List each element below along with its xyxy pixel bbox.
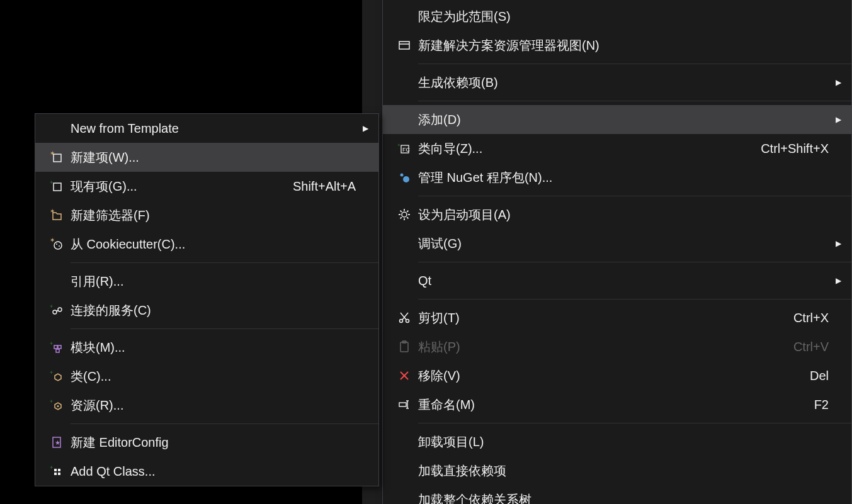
paste-icon <box>390 332 418 361</box>
svg-text:+: + <box>50 464 53 471</box>
context-menu-add-submenu: New from Template▶✶新建项(W)...+现有项(G)...Sh… <box>35 113 379 486</box>
menu-separator <box>418 299 851 300</box>
menu-item-shortcut: F2 <box>814 398 829 412</box>
menu-icon-empty <box>43 267 71 296</box>
svg-text:+: + <box>50 179 53 186</box>
svg-rect-20 <box>400 342 408 352</box>
module-icon: + <box>43 333 71 362</box>
main-menu-item[interactable]: 设为启动项目(A) <box>383 200 851 229</box>
sub-menu-item[interactable]: +模块(M)... <box>35 333 378 362</box>
submenu-arrow-icon: ▶ <box>829 115 841 124</box>
main-menu-item[interactable]: 调试(G)▶ <box>383 229 851 258</box>
main-menu-item[interactable]: 剪切(T)Ctrl+X <box>383 303 851 332</box>
main-menu-item[interactable]: 加载整个依赖关系树 <box>383 485 851 504</box>
sub-menu-item[interactable]: ✶新建项(W)... <box>35 143 378 172</box>
svg-point-6 <box>403 176 409 182</box>
svg-line-13 <box>407 217 408 218</box>
svg-text:✶: ✶ <box>50 237 55 244</box>
sub-menu-item[interactable]: +资源(R)... <box>35 391 378 420</box>
class-icon: + <box>43 362 71 391</box>
sub-menu-item[interactable]: ✶从 Cookiecutter(C)... <box>35 230 378 259</box>
menu-icon-empty <box>390 456 418 485</box>
submenu-arrow-icon: ▶ <box>829 276 841 285</box>
menu-icon-empty <box>390 105 418 134</box>
sub-menu-item[interactable]: +现有项(G)...Shift+Alt+A <box>35 172 378 201</box>
main-menu-item[interactable]: 加载直接依赖项 <box>383 456 851 485</box>
main-menu-item[interactable]: 管理 NuGet 程序包(N)... <box>383 163 851 192</box>
menu-item-label: 模块(M)... <box>71 339 356 356</box>
svg-point-16 <box>400 320 403 323</box>
sub-menu-item[interactable]: +类(C)... <box>35 362 378 391</box>
menu-icon-empty <box>43 114 71 143</box>
menu-item-label: 卸载项目(L) <box>418 434 829 451</box>
submenu-arrow-icon: ▶ <box>829 239 841 248</box>
svg-point-35 <box>56 244 57 245</box>
svg-rect-24 <box>399 403 406 406</box>
svg-point-7 <box>402 212 407 217</box>
sub-menu-item[interactable]: New from Template▶ <box>35 114 378 143</box>
svg-text:✶: ✶ <box>50 208 55 215</box>
svg-text:+: + <box>397 142 400 148</box>
new-filter-icon: ✶ <box>43 201 71 230</box>
menu-item-label: 调试(G) <box>418 235 829 252</box>
menu-item-shortcut: Del <box>810 369 829 383</box>
main-menu-item[interactable]: 重命名(M)F2 <box>383 390 851 419</box>
main-menu-item[interactable]: +FC类向导(Z)...Ctrl+Shift+X <box>383 134 851 163</box>
menu-item-label: 资源(R)... <box>71 397 356 414</box>
menu-separator <box>71 328 378 329</box>
menu-item-label: 引用(R)... <box>71 273 356 290</box>
main-menu-item[interactable]: 卸载项目(L) <box>383 427 851 456</box>
main-menu-item[interactable]: Qt▶ <box>383 266 851 295</box>
qt-class-icon: + <box>43 457 71 486</box>
sub-menu-item[interactable]: +连接的服务(C) <box>35 296 378 325</box>
resource-icon: + <box>43 391 71 420</box>
svg-text:+: + <box>50 340 53 347</box>
menu-item-label: 设为启动项目(A) <box>418 206 829 223</box>
svg-point-39 <box>58 308 62 311</box>
menu-item-shortcut: Ctrl+Shift+X <box>761 142 829 156</box>
sub-menu-item[interactable]: +Add Qt Class... <box>35 457 378 486</box>
main-menu-item[interactable]: 添加(D)▶ <box>383 105 851 134</box>
menu-separator <box>71 262 378 263</box>
sub-menu-item[interactable]: ★新建 EditorConfig <box>35 428 378 457</box>
menu-item-label: 从 Cookiecutter(C)... <box>71 236 356 253</box>
main-menu-item[interactable]: 限定为此范围(S) <box>383 2 851 31</box>
menu-item-label: 新建解决方案资源管理器视图(N) <box>418 37 829 54</box>
cut-icon <box>390 303 418 332</box>
main-menu-item: 粘贴(P)Ctrl+V <box>383 332 851 361</box>
menu-item-label: 类(C)... <box>71 368 356 385</box>
nuget-icon <box>390 163 418 192</box>
gear-icon <box>390 200 418 229</box>
menu-icon-empty <box>390 427 418 456</box>
main-menu-item[interactable]: 生成依赖项(B)▶ <box>383 68 851 97</box>
menu-item-label: 连接的服务(C) <box>71 302 356 319</box>
svg-text:+: + <box>50 369 53 376</box>
menu-item-label: 移除(V) <box>418 367 791 384</box>
menu-item-label: 类向导(Z)... <box>418 140 742 157</box>
menu-icon-empty <box>390 485 418 504</box>
svg-line-40 <box>56 310 59 311</box>
menu-item-label: 新建 EditorConfig <box>71 434 356 451</box>
submenu-arrow-icon: ▶ <box>829 78 841 87</box>
remove-icon <box>390 361 418 390</box>
rename-icon <box>390 390 418 419</box>
menu-item-label: 生成依赖项(B) <box>418 74 829 91</box>
menu-separator <box>418 423 851 423</box>
svg-rect-0 <box>399 42 409 49</box>
menu-separator <box>418 262 851 262</box>
sub-menu-item[interactable]: 引用(R)... <box>35 267 378 296</box>
svg-point-36 <box>59 245 60 247</box>
main-menu-item[interactable]: 重建…(R) <box>383 0 851 2</box>
cookie-icon: ✶ <box>43 230 71 259</box>
main-menu-item[interactable]: 新建解决方案资源管理器视图(N) <box>383 31 851 60</box>
menu-item-label: 管理 NuGet 程序包(N)... <box>418 169 829 186</box>
svg-point-47 <box>57 405 59 407</box>
connected-service-icon: + <box>43 296 71 325</box>
sub-menu-item[interactable]: ✶新建筛选器(F) <box>35 201 378 230</box>
class-wizard-icon: +FC <box>390 134 418 163</box>
menu-icon-empty <box>390 229 418 258</box>
svg-text:+: + <box>50 398 53 405</box>
menu-icon-empty <box>390 266 418 295</box>
main-menu-item[interactable]: 移除(V)Del <box>383 361 851 390</box>
svg-rect-51 <box>54 469 57 471</box>
